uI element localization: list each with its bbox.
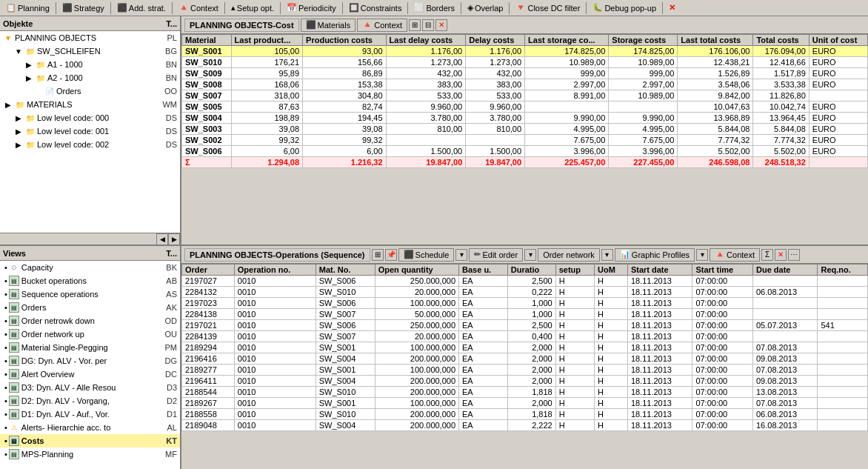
collapse-icon[interactable]: ⊟ (422, 19, 434, 31)
view-item[interactable]: •▤Material Single-PeggingPM (0, 341, 180, 354)
table-row[interactable]: 21890480010SW_S004200.000,000EA2,222HH18… (182, 420, 868, 431)
table-row[interactable]: 21885440010SW_S010200.000,000EA1,818HH18… (182, 387, 868, 398)
objects-tree[interactable]: ▼PLANNING OBJECTSPL▼📁SW_SCHLEIFENBG▶📁A1 … (0, 31, 180, 233)
tree-item[interactable]: ▶📁A2 - 1000BN (0, 71, 180, 84)
edit-order-btn[interactable]: ✏ Edit order (469, 248, 523, 262)
view-item[interactable]: •⚠Alerts- Hierarchie acc. toAL (0, 421, 180, 434)
table-row[interactable]: SW_S001105,0093,001.176,001.176,00174.82… (182, 46, 868, 57)
toolbar-planning[interactable]: 📋 Planning (3, 2, 53, 13)
table-row[interactable]: 22841390010SW_S00720.000,000EA0,400HH18.… (182, 331, 868, 342)
ops-extra-icon[interactable]: ⋯ (788, 249, 800, 261)
view-item[interactable]: •▤Bucket operationsAB (0, 274, 180, 287)
ops-close-icon[interactable]: ✕ (775, 249, 787, 261)
table-row[interactable]: 21885580010SW_S010200.000,000EA1,818HH18… (182, 409, 868, 420)
table-row[interactable]: 21970230010SW_S006100.000,000EA1,000HH18… (182, 298, 868, 309)
table-cell: SW_S001 (182, 46, 232, 57)
graphic-profiles-btn[interactable]: 📊 Graphic Profiles (615, 248, 695, 262)
ops-table-container[interactable]: OrderOperation no.Mat. No.Open quantityB… (181, 264, 868, 469)
toolbar-close-dc[interactable]: 🔻 Close DC filter (513, 2, 583, 13)
table-row[interactable]: SW_S004198,89194,453.780,003.780,009.990… (182, 113, 868, 124)
folder-icon: 📁 (25, 126, 36, 136)
table-row[interactable]: SW_S00587,6382,749.960,009.960,0010.047,… (182, 102, 868, 113)
context-top-btn[interactable]: 🔺 Context (357, 19, 407, 32)
toolbar-debug[interactable]: 🐛 Debug pop-up (590, 2, 659, 13)
table-row[interactable]: SW_S0066,006,001.500,001.500,003.996,003… (182, 146, 868, 157)
table-cell: 318,00 (231, 90, 302, 102)
table-row[interactable]: 21892770010SW_S001100.000,000EA2,000HH18… (182, 365, 868, 376)
table-cell: 82,74 (303, 102, 387, 113)
table-cell: 5.844,08 (753, 124, 809, 135)
toolbar-close-btn[interactable]: ✕ (666, 2, 678, 13)
ops-cell: 541 (818, 320, 868, 331)
ops-cell: H (595, 420, 628, 431)
view-item[interactable]: •▤Sequence operationsAS (0, 287, 180, 301)
bullet: • (4, 383, 7, 392)
table-cell: 304,80 (303, 90, 387, 102)
materials-btn[interactable]: ⬛ Materials (301, 19, 356, 32)
view-item[interactable]: •▤Order network upOU (0, 327, 180, 341)
table-row[interactable]: SW_S00339,0839,08810,00810,004.995,004.9… (182, 124, 868, 135)
order-network-btn[interactable]: Order network (538, 248, 600, 262)
close-table-icon[interactable]: ✕ (435, 19, 447, 31)
table-row[interactable]: SW_S007318,00304,80533,00533,008.991,001… (182, 90, 868, 102)
schedule-extra-icon[interactable]: ▾ (455, 249, 467, 261)
table-cell: 93,00 (303, 46, 387, 57)
view-item[interactable]: •▤D1: Dyn. ALV - Auf., Vor.D1 (0, 408, 180, 421)
table-row[interactable]: 21892940010SW_S001100.000,000EA2,000HH18… (182, 342, 868, 353)
ops-sum-icon[interactable]: Σ (761, 249, 773, 261)
view-item[interactable]: •▤D2: Dyn. ALV - Vorgang,D2 (0, 394, 180, 408)
toolbar-constraints[interactable]: 🔲 Constraints (346, 2, 405, 13)
table-row[interactable]: 21964110010SW_S004200.000,000EA2,000HH18… (182, 376, 868, 387)
table-row[interactable]: SW_S00299,3299,327.675,007.675,007.774,3… (182, 135, 868, 146)
table-row[interactable]: 21970210010SW_S006250.000,000EA2,500HH18… (182, 320, 868, 331)
graphic-extra-icon[interactable]: ▾ (696, 249, 708, 261)
schedule-btn[interactable]: ⬛ Schedule (398, 248, 455, 262)
toolbar-strategy[interactable]: ⬛ Strategy (59, 2, 107, 13)
ops-expand-icon[interactable]: ⊞ (372, 249, 384, 261)
view-item[interactable]: •▤CostsKT (0, 434, 180, 448)
tree-item[interactable]: ▶📁Low level code: 002DS (0, 138, 180, 151)
table-row[interactable]: SW_S010176,21156,661.273,001.273,0010.98… (182, 57, 868, 68)
toolbar-context[interactable]: 🔺 Context (176, 2, 221, 13)
view-item[interactable]: •⊙CapacityBK (0, 261, 180, 274)
view-item[interactable]: •▤D3: Dyn. ALV - Alle ResouD3 (0, 381, 180, 394)
toolbar-overlap[interactable]: ◈ Overlap (464, 2, 507, 13)
toolbar-borders[interactable]: ⬜ Borders (411, 2, 458, 13)
tree-item[interactable]: ▶📁MATERIALSWM (0, 98, 180, 111)
context-bottom-btn[interactable]: 🔺 Context (710, 248, 760, 262)
toolbar-periodicity[interactable]: 📅 Periodicity (284, 2, 339, 13)
view-item[interactable]: •▤DG: Dyn. ALV - Vor. perDG (0, 354, 180, 367)
table-row[interactable]: SW_S008168,06153,38383,00383,002.997,002… (182, 79, 868, 90)
scroll-right-btn[interactable]: ▶ (168, 233, 180, 245)
view-item[interactable]: •▤MPS-PlanningMF (0, 448, 180, 461)
tree-item[interactable]: ▼PLANNING OBJECTSPL (0, 31, 180, 44)
tree-item[interactable]: 📄OrdersOO (0, 84, 180, 98)
table-row[interactable]: 21970270010SW_S006250.000,000EA2,500HH18… (182, 276, 868, 287)
ops-cell: 200.000,000 (375, 387, 458, 398)
table-row[interactable]: 22841320010SW_S01020.000,000EA0,222HH18.… (182, 287, 868, 298)
table-row[interactable]: 22841380010SW_S00750.000,000EA1,000HH18.… (182, 309, 868, 320)
tree-item[interactable]: ▼📁SW_SCHLEIFENBG (0, 44, 180, 58)
cost-table-container[interactable]: MaterialLast product...Production costsL… (181, 34, 868, 245)
table-row[interactable]: 21964160010SW_S004200.000,000EA2,000HH18… (182, 353, 868, 365)
view-item[interactable]: •▤Order netrowk downOD (0, 314, 180, 327)
bullet: • (4, 370, 7, 379)
ops-cell: EA (459, 376, 508, 387)
scroll-left-btn[interactable]: ◀ (156, 233, 168, 245)
ops-pin-icon[interactable]: 📌 (385, 249, 397, 261)
table-row[interactable]: 21892670010SW_S001100.000,000EA2,000HH18… (182, 398, 868, 409)
views-list[interactable]: •⊙CapacityBK•▤Bucket operationsAB•▤Seque… (0, 261, 180, 469)
ops-cell: 2284132 (182, 287, 235, 298)
view-item[interactable]: •▤OrdersAK (0, 301, 180, 314)
order-network-extra-icon[interactable]: ▾ (601, 249, 613, 261)
tree-item[interactable]: ▶📁Low level code: 001DS (0, 124, 180, 138)
toolbar-add-strat[interactable]: ⬛ Add. strat. (114, 2, 169, 13)
table-row[interactable]: SW_S00995,8986,89432,00432,00999,00999,0… (182, 68, 868, 79)
edit-order-extra-icon[interactable]: ▾ (524, 249, 536, 261)
tree-item[interactable]: ▶📁A1 - 1000BN (0, 58, 180, 71)
tree-item[interactable]: ▶📁Low level code: 000DS (0, 111, 180, 124)
toolbar-setup-opt[interactable]: ▴ Setup opt. (228, 2, 277, 13)
view-label: D1: Dyn. ALV - Auf., Vor. (21, 410, 161, 419)
expand-icon[interactable]: ⊞ (409, 19, 421, 31)
view-item[interactable]: •▤Alert OverviewDC (0, 367, 180, 381)
